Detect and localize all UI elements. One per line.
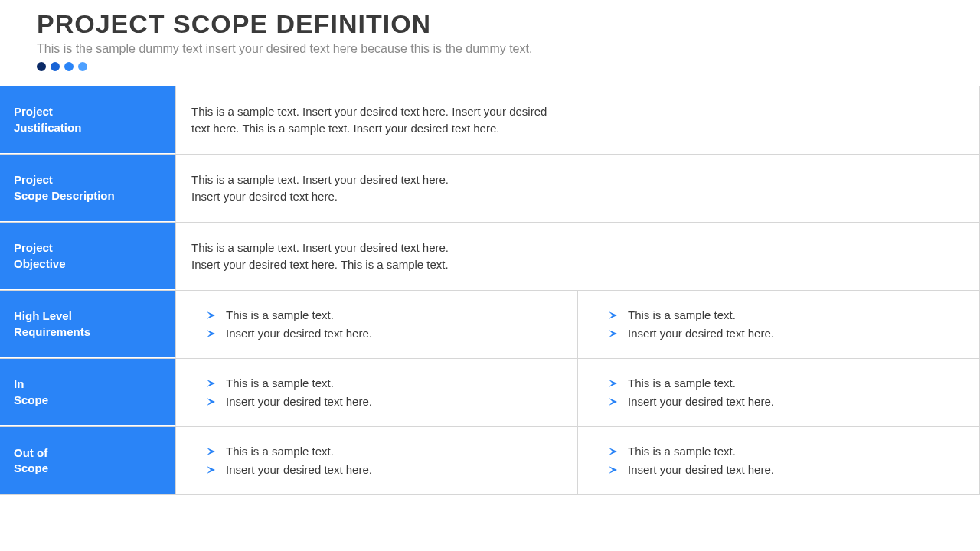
list-item: Insert your desired text here.	[191, 461, 562, 479]
list-item-text: This is a sample text.	[226, 375, 334, 392]
list-item-text: Insert your desired text here.	[226, 461, 372, 478]
row-label: ProjectScope Description	[0, 155, 176, 222]
row-content-col-2: This is a sample text.Insert your desire…	[578, 359, 980, 426]
dot-4	[78, 62, 87, 71]
row-label-line1: Out of	[14, 445, 162, 461]
bullet-list: This is a sample text.Insert your desire…	[191, 306, 562, 343]
bullet-list: This is a sample text.Insert your desire…	[593, 306, 964, 343]
bullet-list: This is a sample text.Insert your desire…	[593, 442, 964, 479]
row-label-line2: Scope	[14, 393, 162, 408]
row-content-col-1: This is a sample text.Insert your desire…	[176, 291, 578, 358]
arrow-icon	[207, 466, 215, 474]
list-item: Insert your desired text here.	[191, 393, 562, 411]
row-content-col-2: This is a sample text.Insert your desire…	[578, 427, 980, 494]
row-label-line2: Scope Description	[14, 188, 162, 204]
list-item-text: This is a sample text.	[226, 307, 334, 324]
list-item: Insert your desired text here.	[593, 393, 964, 411]
row-content: This is a sample text. Insert your desir…	[176, 86, 980, 154]
row-label-line1: Project	[14, 104, 162, 119]
list-item: This is a sample text.	[593, 442, 964, 461]
row-label-line1: Project	[14, 172, 162, 187]
row-content-col-1: This is a sample text.Insert your desire…	[176, 359, 578, 426]
row-content-col-2: This is a sample text.Insert your desire…	[578, 291, 980, 358]
row-label: High LevelRequirements	[0, 291, 176, 358]
slide-subtitle: This is the sample dummy text insert you…	[37, 42, 980, 56]
slide-header: PROJECT SCOPE DEFINITION This is the sam…	[0, 0, 980, 71]
list-item: Insert your desired text here.	[593, 324, 964, 343]
list-item-text: Insert your desired text here.	[226, 393, 372, 410]
arrow-icon	[609, 380, 617, 387]
dot-1	[37, 62, 46, 71]
list-item-text: This is a sample text.	[628, 375, 736, 392]
row-label: ProjectJustification	[0, 86, 176, 154]
table-row: ProjectScope DescriptionThis is a sample…	[0, 154, 980, 223]
arrow-icon	[609, 448, 617, 455]
accent-dots	[37, 62, 980, 71]
bullet-list: This is a sample text.Insert your desire…	[593, 374, 964, 411]
list-item: This is a sample text.	[593, 374, 964, 393]
slide-title: PROJECT SCOPE DEFINITION	[37, 9, 980, 39]
arrow-icon	[207, 330, 215, 337]
dot-2	[51, 62, 60, 71]
arrow-icon	[207, 380, 215, 387]
table-row: Out ofScopeThis is a sample text.Insert …	[0, 426, 980, 495]
arrow-icon	[609, 311, 617, 319]
row-label-line2: Requirements	[14, 324, 162, 340]
row-label-line2: Justification	[14, 120, 162, 135]
row-label: InScope	[0, 359, 176, 426]
bullet-list: This is a sample text.Insert your desire…	[191, 374, 562, 411]
list-item-text: This is a sample text.	[628, 307, 736, 324]
list-item: This is a sample text.	[191, 306, 562, 324]
arrow-icon	[207, 311, 215, 319]
table-row: ProjectObjectiveThis is a sample text. I…	[0, 222, 980, 291]
row-label: Out ofScope	[0, 427, 176, 494]
table-row: High LevelRequirementsThis is a sample t…	[0, 290, 980, 359]
arrow-icon	[609, 330, 617, 337]
arrow-icon	[609, 466, 617, 474]
list-item: This is a sample text.	[191, 442, 562, 461]
arrow-icon	[207, 398, 215, 406]
list-item: Insert your desired text here.	[191, 324, 562, 343]
row-content: This is a sample text. Insert your desir…	[176, 223, 980, 290]
row-label-line2: Objective	[14, 256, 162, 272]
arrow-icon	[207, 448, 215, 455]
row-label: ProjectObjective	[0, 223, 176, 290]
list-item: This is a sample text.	[191, 374, 562, 393]
list-item-text: This is a sample text.	[628, 443, 736, 460]
list-item: Insert your desired text here.	[593, 461, 964, 479]
table-row: ProjectJustificationThis is a sample tex…	[0, 86, 980, 155]
row-label-line1: Project	[14, 240, 162, 256]
row-label-line2: Scope	[14, 461, 162, 476]
dot-3	[64, 62, 74, 71]
table-row: InScopeThis is a sample text.Insert your…	[0, 358, 980, 427]
scope-table: ProjectJustificationThis is a sample tex…	[0, 86, 980, 495]
row-label-line1: In	[14, 377, 162, 392]
list-item: This is a sample text.	[593, 306, 964, 324]
row-label-line1: High Level	[14, 308, 162, 324]
list-item-text: Insert your desired text here.	[628, 393, 774, 410]
list-item-text: Insert your desired text here.	[628, 325, 774, 342]
list-item-text: This is a sample text.	[226, 443, 334, 460]
row-content-col-1: This is a sample text.Insert your desire…	[176, 427, 578, 494]
list-item-text: Insert your desired text here.	[226, 325, 372, 342]
arrow-icon	[609, 398, 617, 406]
bullet-list: This is a sample text.Insert your desire…	[191, 442, 562, 479]
list-item-text: Insert your desired text here.	[628, 461, 774, 478]
row-content: This is a sample text. Insert your desir…	[176, 155, 980, 222]
